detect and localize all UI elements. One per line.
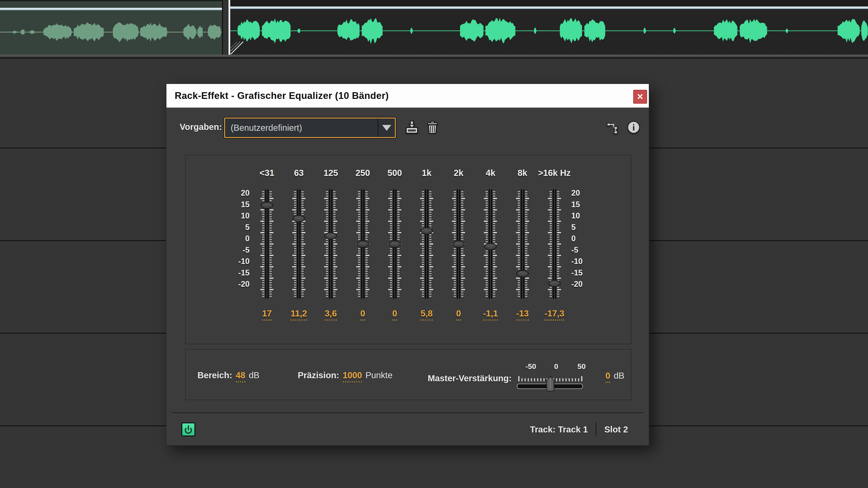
band-gain-slider[interactable] xyxy=(541,189,568,299)
delete-preset-button[interactable] xyxy=(425,120,440,135)
preset-selected-value: (Benutzerdefiniert) xyxy=(231,123,302,133)
range-parameter: Bereich: 48 dB xyxy=(197,370,259,380)
master-gain-label: Master-Verstärkung: xyxy=(428,373,512,383)
band-frequency-label: 1k xyxy=(409,168,444,178)
db-scale-label-right: 5 xyxy=(571,223,606,232)
master-gain-value[interactable]: 0 xyxy=(606,371,610,381)
db-scale-label-left: -15 xyxy=(215,268,250,278)
slider-thumb[interactable] xyxy=(421,228,432,234)
slider-thumb[interactable] xyxy=(453,241,464,247)
precision-parameter: Präzision: 1000 Punkte xyxy=(298,370,393,380)
presets-label: Vorgaben: xyxy=(180,122,222,132)
db-scale-label-right: -5 xyxy=(571,246,606,255)
db-scale-label-left: -20 xyxy=(215,280,250,289)
band-gain-value[interactable]: -13 xyxy=(504,308,541,318)
footer-separator xyxy=(172,413,644,413)
band-gain-slider[interactable] xyxy=(445,189,472,299)
band-gain-value[interactable]: -17,3 xyxy=(536,308,573,318)
effect-power-toggle[interactable] xyxy=(181,423,195,436)
precision-value[interactable]: 1000 xyxy=(343,370,362,380)
band-frequency-label: 8k xyxy=(505,168,540,178)
band-gain-slider[interactable] xyxy=(509,189,536,299)
band-gain-value[interactable]: 3,6 xyxy=(312,308,349,318)
band-frequency-label: <31 xyxy=(250,168,284,178)
band-gain-value[interactable]: 0 xyxy=(344,308,381,318)
band-frequency-label: 125 xyxy=(313,168,348,178)
precision-unit: Punkte xyxy=(365,370,393,380)
slider-thumb[interactable] xyxy=(325,232,337,239)
combo-dropdown-zone[interactable] xyxy=(378,119,395,137)
db-scale-label-right: 20 xyxy=(571,189,606,198)
band-gain-value[interactable]: 0 xyxy=(376,308,413,318)
band-frequency-label: 500 xyxy=(377,168,412,178)
db-scale-label-right: -10 xyxy=(571,257,606,266)
save-icon xyxy=(404,120,420,135)
master-gain-slider[interactable]: -50050 xyxy=(517,356,584,395)
range-value[interactable]: 48 xyxy=(236,370,245,380)
fade-in-handle[interactable] xyxy=(230,0,248,55)
multitrack-clip-area xyxy=(0,0,868,59)
db-scale-label-left: -5 xyxy=(215,246,250,255)
equalizer-panel: <31176311,21253,6250050001k5,82k04k-1,18… xyxy=(185,155,631,345)
dialog-titlebar[interactable]: Rack-Effekt - Grafischer Equalizer (10 B… xyxy=(166,84,649,108)
master-scale-label: -50 xyxy=(520,362,541,371)
slider-thumb[interactable] xyxy=(293,215,305,222)
channel-routing-button[interactable] xyxy=(605,120,621,135)
master-scale-label: 50 xyxy=(571,362,592,371)
slider-thumb[interactable] xyxy=(517,270,528,277)
save-preset-button[interactable] xyxy=(404,120,420,135)
db-scale-label-left: 0 xyxy=(215,234,250,243)
slider-thumb[interactable] xyxy=(261,202,273,209)
band-gain-slider[interactable] xyxy=(477,189,504,299)
db-scale-label-left: 20 xyxy=(215,189,250,198)
band-gain-value[interactable]: 5,8 xyxy=(408,308,445,318)
band-frequency-label: 2k xyxy=(441,168,476,178)
audition-workspace: Rack-Effekt - Grafischer Equalizer (10 B… xyxy=(0,0,868,488)
channel-routing-icon xyxy=(606,120,621,135)
footer-status-divider xyxy=(596,422,596,436)
master-gain-value-row: 0 dB xyxy=(606,371,624,381)
close-button[interactable]: ✕ xyxy=(633,90,647,104)
audio-clip-unselected[interactable] xyxy=(0,0,222,55)
slider-thumb[interactable] xyxy=(485,243,496,250)
audio-clip-active[interactable] xyxy=(230,0,868,55)
band-gain-slider[interactable] xyxy=(285,189,312,299)
db-scale-label-left: -10 xyxy=(215,257,250,266)
parameters-panel: Bereich: 48 dB Präzision: 1000 Punkte Ma… xyxy=(185,349,631,400)
master-gain-unit: dB xyxy=(614,371,624,381)
band-gain-slider[interactable] xyxy=(317,189,344,299)
info-icon: i xyxy=(626,120,641,135)
precision-label: Präzision: xyxy=(298,370,339,380)
waveform-muted xyxy=(0,1,222,55)
db-scale-label-right: 10 xyxy=(571,211,606,220)
slider-thumb[interactable] xyxy=(549,280,560,287)
power-icon xyxy=(183,424,194,435)
dialog-title: Rack-Effekt - Grafischer Equalizer (10 B… xyxy=(175,84,389,107)
band-gain-value[interactable]: 0 xyxy=(440,308,477,318)
preset-combobox[interactable]: (Benutzerdefiniert) xyxy=(224,118,396,138)
master-slider-thumb[interactable] xyxy=(547,376,554,391)
master-gain-parameter: Master-Verstärkung: xyxy=(428,373,512,383)
band-gain-slider[interactable] xyxy=(349,189,376,299)
info-button[interactable]: i xyxy=(626,120,642,135)
range-label: Bereich: xyxy=(197,370,232,380)
clip-edge-divider[interactable] xyxy=(228,0,230,56)
db-scale-label-left: 5 xyxy=(215,223,250,232)
slider-thumb[interactable] xyxy=(389,241,401,247)
footer-status: Track: Track 1 Slot 2 xyxy=(530,422,628,437)
band-gain-slider[interactable] xyxy=(381,189,408,299)
db-scale-label-left: 10 xyxy=(215,211,250,220)
band-frequency-label: >16k Hz xyxy=(537,168,572,178)
band-gain-slider[interactable] xyxy=(253,189,280,299)
db-scale-label-right: 0 xyxy=(571,234,606,243)
band-gain-slider[interactable] xyxy=(413,189,440,299)
slider-thumb[interactable] xyxy=(357,241,369,247)
range-unit: dB xyxy=(249,370,259,380)
band-gain-value[interactable]: 17 xyxy=(248,308,285,318)
band-frequency-label: 250 xyxy=(345,168,380,178)
band-gain-value[interactable]: 11,2 xyxy=(280,308,317,318)
band-gain-value[interactable]: -1,1 xyxy=(472,308,509,318)
chevron-down-icon xyxy=(382,125,391,131)
db-scale-label-right: 15 xyxy=(571,200,606,209)
band-frequency-label: 63 xyxy=(281,168,316,178)
